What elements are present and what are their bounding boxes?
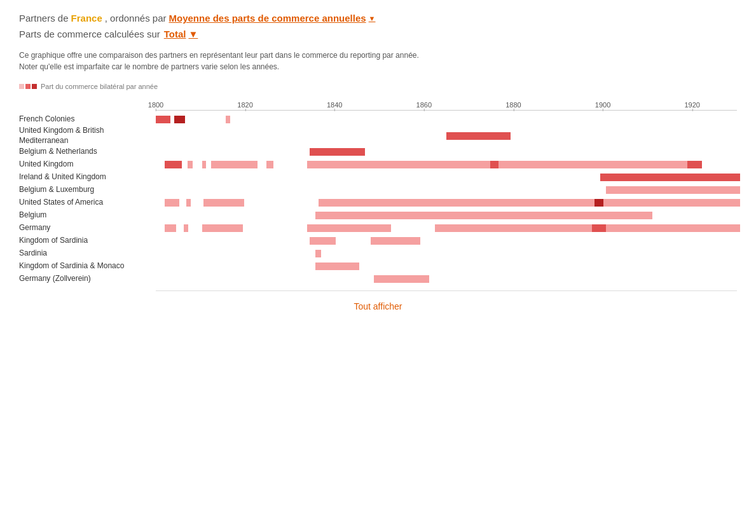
row-label: United Kingdom & British Mediterranean: [19, 126, 156, 146]
axis-tick-1860: 1860: [416, 101, 432, 109]
bar-segment: [202, 161, 205, 168]
bar-segment: [592, 224, 607, 232]
bar-segment: [603, 199, 740, 207]
axis-tick-1840: 1840: [327, 101, 342, 109]
bar-segment: [600, 174, 739, 181]
axis-tick-1880: 1880: [505, 101, 521, 109]
row-label: Belgium & Netherlands: [19, 147, 156, 157]
row-bars: [156, 186, 737, 194]
main-container: Partners de France , ordonnés par Moyenn…: [0, 0, 756, 324]
header-line2: Parts de commerce calculées sur Total ▼: [19, 29, 737, 39]
row-label: Germany (Zollverein): [19, 274, 156, 284]
row-bars: [156, 115, 737, 124]
bar-segment: [165, 199, 179, 207]
table-row: Belgium & Netherlands: [19, 146, 737, 158]
bar-segment: [315, 250, 321, 257]
bar-segment: [174, 116, 184, 123]
row-label: French Colonies: [19, 114, 156, 125]
row-bars: [156, 198, 737, 207]
row-bars: [156, 224, 737, 233]
row-label: Kingdom of Sardinia: [19, 236, 156, 246]
bar-segment: [165, 161, 182, 168]
bar-segment: [165, 224, 176, 232]
chart-area: 1800182018401860188019001920 French Colo…: [19, 98, 737, 291]
bar-segment: [226, 116, 230, 123]
row-bars: [156, 262, 737, 271]
row-bars: [156, 249, 737, 258]
header-line1: Partners de France , ordonnés par Moyenn…: [19, 13, 737, 24]
legend: Part du commerce bilatéral par année: [19, 83, 737, 90]
bar-segment: [186, 199, 191, 207]
rows-container: French ColoniesUnited Kingdom & British …: [19, 113, 737, 285]
table-row: Ireland & United Kingdom: [19, 171, 737, 184]
table-row: United Kingdom & British Mediterranean: [19, 126, 737, 146]
legend-sq-light: [19, 84, 24, 89]
line2-prefix: Parts de commerce calculées sur: [19, 29, 160, 39]
bar-segment: [211, 161, 258, 168]
axis-tick-1920: 1920: [684, 101, 699, 109]
row-label: United Kingdom: [19, 160, 156, 170]
row-label: Sardinia: [19, 249, 156, 259]
row-label: Germany: [19, 223, 156, 233]
bar-segment: [266, 161, 273, 168]
bar-segment: [203, 199, 244, 207]
total-dropdown-arrow-icon: ▼: [188, 29, 198, 39]
bar-segment: [307, 224, 392, 232]
prefix-text: Partners de: [19, 13, 69, 24]
table-row: Sardinia: [19, 247, 737, 260]
row-label: Ireland & United Kingdom: [19, 172, 156, 182]
row-label: United States of America: [19, 198, 156, 208]
bar-segment: [310, 148, 365, 156]
row-bars: [156, 275, 737, 283]
legend-label: Part du commerce bilatéral par année: [41, 83, 158, 90]
row-bars: [156, 173, 737, 182]
row-bars: [156, 160, 737, 169]
chart-divider: [156, 290, 737, 291]
sort-dropdown-button[interactable]: Moyenne des parts de commerce annuelles …: [168, 13, 375, 24]
sort-dropdown-arrow-icon: ▼: [369, 15, 376, 22]
sort-dropdown-label: Moyenne des parts de commerce annuelles: [168, 13, 366, 24]
table-row: United States of America: [19, 196, 737, 209]
bar-segment: [184, 224, 188, 232]
row-bars: [156, 211, 737, 220]
table-row: French Colonies: [19, 113, 737, 126]
country-label: France: [71, 13, 102, 24]
bar-segment: [188, 161, 192, 168]
bar-segment: [435, 224, 609, 232]
row-bars: [156, 236, 737, 245]
legend-sq-dark: [32, 84, 37, 89]
bar-segment: [315, 212, 652, 219]
axis-tick-1800: 1800: [148, 101, 163, 109]
row-label: Kingdom of Sardinia & Monaco: [19, 261, 156, 271]
total-dropdown-button[interactable]: Total ▼: [164, 29, 198, 39]
bar-segment: [202, 224, 243, 232]
description-block: Ce graphique offre une comparaison des p…: [19, 50, 737, 72]
bar-segment: [586, 212, 594, 219]
table-row: Kingdom of Sardinia & Monaco: [19, 260, 737, 273]
x-axis: 1800182018401860188019001920: [156, 98, 737, 111]
row-bars: [156, 132, 737, 140]
description-line1: Ce graphique offre une comparaison des p…: [19, 50, 737, 61]
middle-text: , ordonnés par: [105, 13, 167, 24]
legend-sq-medium: [25, 84, 31, 89]
table-row: Kingdom of Sardinia: [19, 235, 737, 247]
total-dropdown-label: Total: [164, 29, 186, 39]
bar-segment: [594, 199, 603, 207]
bar-segment: [516, 161, 691, 168]
table-row: United Kingdom: [19, 158, 737, 171]
bar-segment: [687, 161, 702, 168]
bar-segment: [446, 132, 511, 140]
legend-squares: [19, 84, 37, 89]
table-row: Germany (Zollverein): [19, 273, 737, 285]
table-row: Belgium & Luxemburg: [19, 184, 737, 196]
row-label: Belgium: [19, 210, 156, 221]
bar-segment: [606, 186, 739, 194]
bar-segment: [606, 224, 739, 232]
row-label: Belgium & Luxemburg: [19, 185, 156, 195]
bar-segment: [490, 161, 499, 168]
bar-segment: [310, 237, 336, 245]
bar-segment: [315, 263, 359, 270]
table-row: Germany: [19, 222, 737, 235]
tout-afficher-button[interactable]: Tout afficher: [354, 301, 402, 311]
bar-segment: [156, 116, 170, 123]
